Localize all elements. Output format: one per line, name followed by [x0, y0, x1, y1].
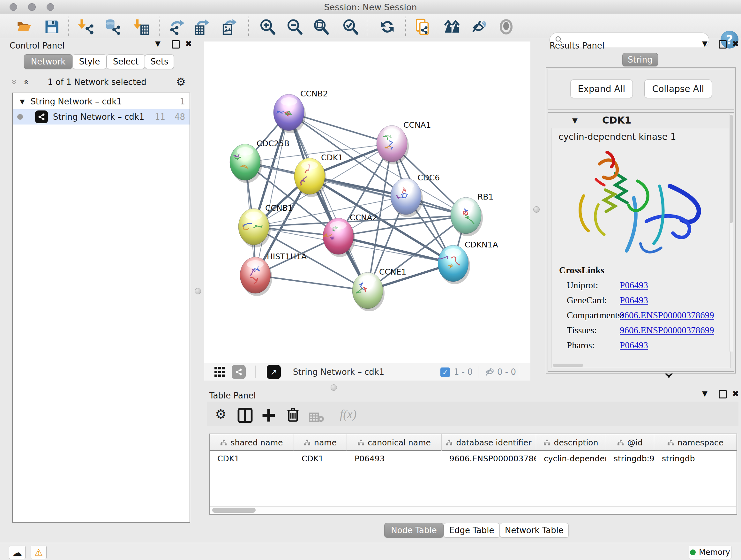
network-node-ccnb2[interactable]: CCNB2: [273, 89, 328, 133]
cloud-status-button[interactable]: ☁: [9, 546, 25, 559]
panel-float-icon[interactable]: [719, 40, 727, 49]
table-cell[interactable]: stringdb: [654, 451, 737, 466]
table-cell[interactable]: P06493: [347, 451, 442, 466]
copy-network-icon[interactable]: [415, 18, 431, 35]
crosslink-link[interactable]: P06493: [620, 280, 648, 291]
tab-network[interactable]: Network: [24, 54, 72, 69]
network-collection-row[interactable]: ▼ String Network – cdk1 1: [13, 94, 190, 109]
show-columns-icon[interactable]: [238, 408, 253, 423]
results-hscroll-thumb[interactable]: [553, 364, 583, 367]
detach-view-icon[interactable]: ↗: [267, 365, 281, 379]
table-cell[interactable]: CDK1: [210, 451, 294, 466]
first-neighbors-icon[interactable]: [444, 18, 460, 35]
panel-float-icon[interactable]: [719, 390, 727, 398]
network-graph[interactable]: CCNB2CCNA1CDC25BCDK1CDC6RB1CCNB1CCNA2CDK…: [204, 42, 530, 363]
crosslink-label: GeneCard:: [559, 295, 620, 306]
network-view-type-icon[interactable]: [232, 365, 246, 379]
column-header[interactable]: name: [294, 434, 347, 451]
network-edge[interactable]: [289, 112, 367, 291]
network-node-cdkn1a[interactable]: CDKN1A: [438, 240, 498, 284]
network-options-gear-icon[interactable]: ⚙: [176, 75, 186, 88]
network-node-cdk1[interactable]: CDK1: [294, 153, 343, 197]
collapse-all-button[interactable]: Collapse All: [644, 79, 712, 98]
panel-close-icon[interactable]: ✖: [732, 389, 739, 398]
right-splitter-handle[interactable]: [533, 206, 540, 212]
grid-view-icon[interactable]: [214, 366, 226, 378]
zoom-out-icon[interactable]: [286, 18, 303, 35]
network-node-cdc25b[interactable]: CDC25B: [230, 139, 289, 183]
results-vscrollbar[interactable]: [729, 114, 733, 352]
network-canvas[interactable]: CCNB2CCNA1CDC25BCDK1CDC6RB1CCNB1CCNA2CDK…: [204, 42, 530, 363]
network-node-cdc6[interactable]: CDC6: [391, 173, 440, 217]
selected-nodes-checkbox-icon[interactable]: ✓: [441, 368, 450, 377]
zoom-fit-icon[interactable]: [313, 18, 329, 35]
table-row[interactable]: CDK1 CDK1 P06493 9606.ENSP00000378699 cy…: [210, 451, 737, 466]
toolbar-separator: [367, 17, 367, 36]
network-row-selected[interactable]: String Network – cdk1 11 48: [13, 109, 190, 125]
tab-network-table[interactable]: Network Table: [500, 523, 569, 538]
import-network-file-icon[interactable]: [77, 18, 94, 35]
refresh-icon[interactable]: [379, 18, 396, 35]
panel-close-icon[interactable]: ✖: [185, 39, 192, 49]
import-table-icon[interactable]: [133, 18, 149, 35]
crosslink-link[interactable]: P06493: [620, 295, 648, 306]
table-hscrollbar[interactable]: [210, 506, 736, 513]
collection-expander-icon[interactable]: ▼: [20, 98, 24, 105]
expand-all-button[interactable]: Expand All: [570, 79, 633, 98]
tab-select[interactable]: Select: [107, 54, 145, 69]
table-settings-gear-icon[interactable]: ⚙: [213, 407, 228, 422]
table-hscroll-thumb[interactable]: [212, 508, 256, 513]
network-node-ccna1[interactable]: CCNA1: [377, 120, 431, 165]
create-column-plus-icon[interactable]: [261, 408, 276, 423]
hide-selected-icon[interactable]: [470, 18, 486, 35]
table-cell[interactable]: 9606.ENSP00000378699: [442, 451, 536, 466]
function-builder-icon[interactable]: f(x): [334, 407, 362, 422]
import-network-database-icon[interactable]: [104, 18, 121, 35]
tab-sets[interactable]: Sets: [145, 54, 174, 69]
network-node-rb1[interactable]: RB1: [451, 192, 493, 236]
open-file-icon[interactable]: [16, 18, 32, 35]
results-vscroll-thumb[interactable]: [730, 115, 733, 223]
warnings-button[interactable]: ⚠: [30, 546, 47, 559]
tab-style[interactable]: Style: [72, 54, 107, 69]
zoom-selected-icon[interactable]: [342, 18, 359, 35]
panel-float-icon[interactable]: [172, 40, 180, 49]
network-edge[interactable]: [338, 236, 453, 263]
network-edge[interactable]: [310, 176, 466, 215]
footer-separator: [478, 366, 478, 378]
tab-node-table[interactable]: Node Table: [384, 523, 444, 538]
table-cell[interactable]: stringdb:9...: [606, 451, 654, 466]
column-header[interactable]: namespace: [654, 434, 737, 451]
crosslink-link[interactable]: P06493: [620, 340, 648, 351]
network-node-hist1h1a[interactable]: HIST1H1A: [240, 252, 307, 296]
column-header[interactable]: database identifier: [442, 434, 536, 451]
window-title: Session: New Session: [0, 2, 741, 12]
delete-column-trash-icon[interactable]: [285, 407, 300, 422]
memory-button[interactable]: Memory: [689, 546, 731, 559]
column-label: description: [554, 438, 598, 447]
panel-menu-icon[interactable]: ▼: [702, 389, 708, 397]
delete-table-icon[interactable]: [309, 410, 324, 425]
column-header[interactable]: canonical name: [347, 434, 442, 451]
tab-string[interactable]: String: [622, 53, 658, 66]
panel-menu-icon[interactable]: ▼: [702, 40, 708, 48]
section-expander-icon[interactable]: ▼: [572, 117, 578, 125]
results-panel-title: Results Panel: [549, 41, 604, 51]
left-splitter-handle[interactable]: [195, 288, 201, 294]
panel-menu-icon[interactable]: ▼: [155, 40, 160, 48]
table-cell[interactable]: cyclin-dependent ...: [536, 451, 606, 466]
column-header[interactable]: description: [536, 434, 606, 451]
column-header[interactable]: @id: [606, 434, 654, 451]
zoom-in-icon[interactable]: [259, 18, 276, 35]
export-table-icon[interactable]: [193, 18, 210, 35]
export-network-icon[interactable]: [169, 18, 185, 35]
show-all-icon[interactable]: [498, 18, 515, 35]
column-header[interactable]: shared name: [210, 434, 294, 451]
panel-close-icon[interactable]: ✖: [732, 39, 739, 49]
tab-edge-table[interactable]: Edge Table: [444, 523, 500, 538]
export-image-icon[interactable]: [221, 18, 238, 35]
table-cell[interactable]: CDK1: [294, 451, 347, 466]
crosslink-link[interactable]: 9606.ENSP00000378699: [620, 310, 714, 320]
save-session-icon[interactable]: [44, 18, 60, 35]
crosslink-link[interactable]: 9606.ENSP00000378699: [620, 325, 714, 335]
